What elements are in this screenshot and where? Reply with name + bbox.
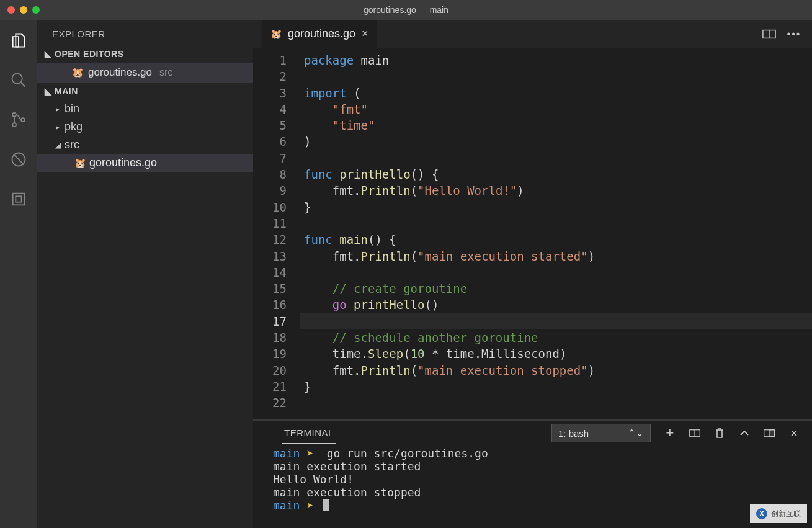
trash-icon[interactable]: [714, 427, 725, 439]
code-line[interactable]: 7: [253, 150, 812, 166]
tab-label: goroutines.go: [288, 27, 355, 40]
terminal-line: main ➤ go run src/goroutines.go: [273, 447, 800, 460]
caret-down-icon: ◣: [45, 49, 51, 59]
line-number: 20: [253, 362, 300, 378]
terminal-line: main ➤: [273, 499, 800, 512]
search-icon[interactable]: [9, 71, 28, 89]
code-line[interactable]: 5 "time": [253, 117, 812, 133]
split-terminal-icon[interactable]: [689, 427, 700, 439]
code-line[interactable]: 17: [253, 313, 812, 329]
line-number: 12: [253, 231, 300, 248]
code-line[interactable]: 13 fmt.Println("main execution started"): [253, 248, 812, 264]
line-number: 3: [253, 85, 300, 101]
code-line[interactable]: 21}: [253, 378, 812, 395]
folder-name: bin: [65, 102, 79, 115]
code-line[interactable]: 22: [253, 395, 812, 411]
line-content: [300, 395, 812, 411]
open-editor-name: goroutines.go: [88, 66, 152, 79]
code-line[interactable]: 20 fmt.Println("main execution stopped"): [253, 362, 812, 378]
more-actions-icon[interactable]: •••: [787, 29, 801, 40]
code-line[interactable]: 8func printHello() {: [253, 166, 812, 182]
extensions-icon[interactable]: [9, 190, 28, 208]
chevron-up-icon[interactable]: [739, 427, 750, 439]
file-goroutines[interactable]: 🐹 goroutines.go: [37, 154, 253, 172]
svg-rect-14: [769, 430, 774, 437]
folder-src[interactable]: ◢ src: [37, 136, 253, 154]
code-line[interactable]: 14: [253, 264, 812, 280]
svg-rect-7: [13, 194, 25, 205]
maximize-panel-icon[interactable]: [764, 427, 775, 439]
close-icon[interactable]: ×: [362, 27, 368, 40]
editor-group: 🐹 goroutines.go × ••• 1package main23imp…: [253, 20, 812, 528]
line-content: time.Sleep(10 * time.Millisecond): [300, 346, 812, 362]
code-line[interactable]: 19 time.Sleep(10 * time.Millisecond): [253, 346, 812, 362]
svg-point-0: [12, 74, 22, 84]
code-line[interactable]: 9 fmt.Println("Hello World!"): [253, 182, 812, 199]
line-number: 22: [253, 395, 300, 411]
explorer-icon[interactable]: [9, 31, 28, 50]
line-content: // create goroutine: [300, 280, 812, 297]
line-content: fmt.Println("Hello World!"): [300, 182, 812, 199]
line-number: 2: [253, 68, 300, 84]
code-line[interactable]: 3import (: [253, 85, 812, 101]
line-content: fmt.Println("main execution started"): [300, 248, 812, 264]
go-file-icon: 🐹: [74, 158, 86, 169]
line-number: 5: [253, 117, 300, 133]
chevron-down-icon: ◢: [55, 141, 61, 150]
terminal-body[interactable]: main ➤ go run src/goroutines.gomain exec…: [253, 445, 812, 528]
line-content: "fmt": [300, 101, 812, 117]
explorer-title: EXPLORER: [37, 20, 253, 45]
tab-goroutines[interactable]: 🐹 goroutines.go ×: [262, 20, 377, 48]
code-editor[interactable]: 1package main23import (4 "fmt"5 "time"6)…: [253, 48, 812, 419]
watermark-text: 创新互联: [771, 509, 801, 519]
chevron-right-icon: ▸: [55, 123, 61, 132]
close-panel-icon[interactable]: ×: [788, 427, 800, 439]
line-number: 16: [253, 297, 300, 313]
code-line[interactable]: 11: [253, 215, 812, 231]
line-content: go printHello(): [300, 297, 812, 313]
code-line[interactable]: 6): [253, 133, 812, 150]
go-file-icon: 🐹: [270, 29, 282, 40]
new-terminal-icon[interactable]: +: [664, 427, 676, 439]
code-line[interactable]: 2: [253, 68, 812, 84]
project-label: MAIN: [55, 86, 78, 96]
folder-bin[interactable]: ▸ bin: [37, 100, 253, 118]
svg-point-2: [12, 113, 16, 117]
terminal-selector[interactable]: 1: bash ⌃⌄: [551, 424, 651, 442]
debug-icon[interactable]: [9, 150, 28, 169]
code-line[interactable]: 15 // create goroutine: [253, 280, 812, 297]
line-content: ): [300, 133, 812, 150]
terminal-tab[interactable]: TERMINAL: [282, 423, 336, 444]
line-number: 9: [253, 182, 300, 199]
source-control-icon[interactable]: [9, 110, 28, 129]
open-editor-location: src: [159, 67, 172, 78]
svg-line-6: [14, 154, 24, 164]
terminal-panel: TERMINAL 1: bash ⌃⌄ +: [253, 419, 812, 528]
window-close-button[interactable]: [7, 6, 15, 14]
line-content: }: [300, 199, 812, 215]
code-line[interactable]: 12func main() {: [253, 231, 812, 248]
line-number: 18: [253, 329, 300, 346]
go-file-icon: 🐹: [72, 67, 83, 78]
code-line[interactable]: 16 go printHello(): [253, 297, 812, 313]
window-minimize-button[interactable]: [20, 6, 27, 14]
code-line[interactable]: 18 // schedule another goroutine: [253, 329, 812, 346]
chevron-updown-icon: ⌃⌄: [628, 427, 644, 439]
line-content: // schedule another goroutine: [300, 329, 812, 346]
folder-pkg[interactable]: ▸ pkg: [37, 118, 253, 136]
code-line[interactable]: 10}: [253, 199, 812, 215]
folder-name: src: [65, 138, 79, 151]
svg-rect-8: [16, 196, 21, 202]
code-line[interactable]: 1package main: [253, 52, 812, 68]
window-title: goroutines.go — main: [0, 5, 812, 15]
line-content: func main() {: [300, 231, 812, 248]
line-number: 6: [253, 133, 300, 150]
open-editor-item[interactable]: 🐹 goroutines.go src: [37, 63, 253, 83]
file-name: goroutines.go: [89, 156, 157, 169]
code-line[interactable]: 4 "fmt": [253, 101, 812, 117]
line-number: 14: [253, 264, 300, 280]
project-header[interactable]: ◣ MAIN: [37, 83, 253, 100]
open-editors-header[interactable]: ◣ OPEN EDITORS: [37, 45, 253, 63]
split-editor-icon[interactable]: [762, 29, 776, 40]
window-maximize-button[interactable]: [32, 6, 40, 14]
